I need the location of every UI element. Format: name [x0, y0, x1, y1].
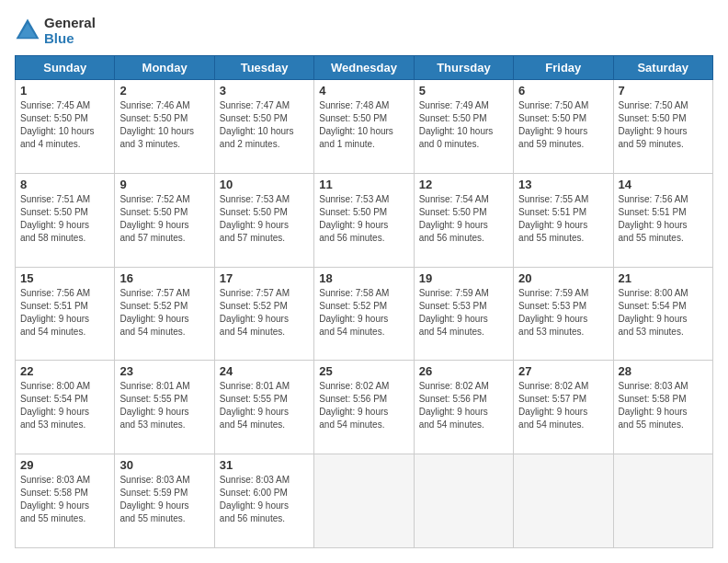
table-row: 2Sunrise: 7:46 AMSunset: 5:50 PMDaylight…: [115, 80, 214, 174]
logo-icon: [15, 17, 40, 43]
day-number: 1: [20, 84, 109, 98]
day-number: 26: [419, 364, 508, 378]
day-info: Sunrise: 7:47 AMSunset: 5:50 PMDaylight:…: [220, 99, 309, 151]
table-row: 16Sunrise: 7:57 AMSunset: 5:52 PMDayligh…: [115, 267, 214, 361]
day-info: Sunrise: 8:03 AMSunset: 5:58 PMDaylight:…: [20, 474, 109, 525]
table-row: 11Sunrise: 7:53 AMSunset: 5:50 PMDayligh…: [314, 173, 414, 267]
calendar-header-thursday: Thursday: [414, 56, 513, 80]
logo-text: General Blue: [44, 15, 96, 46]
table-row: 1Sunrise: 7:45 AMSunset: 5:50 PMDaylight…: [16, 80, 115, 174]
day-info: Sunrise: 7:55 AMSunset: 5:51 PMDaylight:…: [518, 193, 608, 245]
logo: General Blue: [15, 15, 96, 46]
day-number: 29: [20, 458, 109, 472]
calendar-row: 8Sunrise: 7:51 AMSunset: 5:50 PMDaylight…: [16, 173, 713, 267]
day-info: Sunrise: 7:52 AMSunset: 5:50 PMDaylight:…: [119, 193, 209, 245]
day-number: 18: [319, 271, 408, 285]
calendar-row: 1Sunrise: 7:45 AMSunset: 5:50 PMDaylight…: [16, 80, 713, 174]
calendar-header-sunday: Sunday: [16, 56, 115, 80]
day-number: 27: [518, 364, 608, 378]
table-row: 17Sunrise: 7:57 AMSunset: 5:52 PMDayligh…: [214, 267, 313, 361]
day-info: Sunrise: 7:49 AMSunset: 5:50 PMDaylight:…: [419, 99, 508, 151]
day-info: Sunrise: 7:48 AMSunset: 5:50 PMDaylight:…: [319, 99, 408, 151]
table-row: 12Sunrise: 7:54 AMSunset: 5:50 PMDayligh…: [414, 173, 513, 267]
day-number: 19: [419, 271, 508, 285]
day-info: Sunrise: 7:56 AMSunset: 5:51 PMDaylight:…: [20, 287, 109, 339]
day-info: Sunrise: 7:53 AMSunset: 5:50 PMDaylight:…: [220, 193, 309, 245]
day-number: 11: [319, 178, 408, 191]
table-row: 5Sunrise: 7:49 AMSunset: 5:50 PMDaylight…: [414, 80, 513, 174]
table-row: 19Sunrise: 7:59 AMSunset: 5:53 PMDayligh…: [414, 267, 513, 361]
day-info: Sunrise: 7:59 AMSunset: 5:53 PMDaylight:…: [419, 287, 508, 339]
table-row: 6Sunrise: 7:50 AMSunset: 5:50 PMDaylight…: [514, 80, 613, 174]
day-number: 14: [619, 178, 708, 191]
day-info: Sunrise: 7:57 AMSunset: 5:52 PMDaylight:…: [119, 287, 209, 339]
day-number: 15: [20, 271, 109, 285]
day-info: Sunrise: 8:02 AMSunset: 5:57 PMDaylight:…: [518, 380, 608, 431]
table-row: 10Sunrise: 7:53 AMSunset: 5:50 PMDayligh…: [214, 173, 313, 267]
day-number: 13: [518, 178, 608, 191]
table-row: 8Sunrise: 7:51 AMSunset: 5:50 PMDaylight…: [16, 173, 115, 267]
table-row: 22Sunrise: 8:00 AMSunset: 5:54 PMDayligh…: [16, 361, 115, 454]
day-number: 31: [220, 458, 309, 472]
day-number: 24: [220, 364, 309, 378]
calendar-header-friday: Friday: [514, 56, 613, 80]
table-row: 28Sunrise: 8:03 AMSunset: 5:58 PMDayligh…: [613, 361, 712, 454]
table-row: 24Sunrise: 8:01 AMSunset: 5:55 PMDayligh…: [214, 361, 313, 454]
day-info: Sunrise: 7:50 AMSunset: 5:50 PMDaylight:…: [518, 99, 608, 151]
table-row: [613, 454, 712, 548]
calendar-header-saturday: Saturday: [613, 56, 712, 80]
day-number: 12: [419, 178, 508, 191]
day-info: Sunrise: 7:46 AMSunset: 5:50 PMDaylight:…: [119, 99, 209, 151]
day-info: Sunrise: 8:03 AMSunset: 5:58 PMDaylight:…: [619, 380, 708, 431]
day-number: 4: [319, 84, 408, 98]
day-number: 28: [619, 364, 708, 378]
table-row: 20Sunrise: 7:59 AMSunset: 5:53 PMDayligh…: [514, 267, 613, 361]
day-info: Sunrise: 8:01 AMSunset: 5:55 PMDaylight:…: [220, 380, 309, 431]
day-info: Sunrise: 8:00 AMSunset: 5:54 PMDaylight:…: [619, 287, 708, 339]
day-info: Sunrise: 7:56 AMSunset: 5:51 PMDaylight:…: [619, 193, 708, 245]
table-row: 29Sunrise: 8:03 AMSunset: 5:58 PMDayligh…: [16, 454, 115, 548]
day-info: Sunrise: 7:45 AMSunset: 5:50 PMDaylight:…: [20, 99, 109, 151]
day-number: 2: [119, 84, 209, 98]
day-number: 9: [119, 178, 209, 191]
table-row: 7Sunrise: 7:50 AMSunset: 5:50 PMDaylight…: [613, 80, 712, 174]
day-number: 20: [518, 271, 608, 285]
day-number: 8: [20, 178, 109, 191]
table-row: 18Sunrise: 7:58 AMSunset: 5:52 PMDayligh…: [314, 267, 414, 361]
day-info: Sunrise: 7:51 AMSunset: 5:50 PMDaylight:…: [20, 193, 109, 245]
day-number: 16: [119, 271, 209, 285]
day-number: 17: [220, 271, 309, 285]
calendar-row: 29Sunrise: 8:03 AMSunset: 5:58 PMDayligh…: [16, 454, 713, 548]
day-number: 23: [119, 364, 209, 378]
day-info: Sunrise: 7:53 AMSunset: 5:50 PMDaylight:…: [319, 193, 408, 245]
day-number: 30: [119, 458, 209, 472]
day-info: Sunrise: 7:54 AMSunset: 5:50 PMDaylight:…: [419, 193, 508, 245]
header: General Blue: [15, 15, 713, 46]
table-row: 3Sunrise: 7:47 AMSunset: 5:50 PMDaylight…: [214, 80, 313, 174]
table-row: 31Sunrise: 8:03 AMSunset: 6:00 PMDayligh…: [214, 454, 313, 548]
day-info: Sunrise: 8:02 AMSunset: 5:56 PMDaylight:…: [419, 380, 508, 431]
day-info: Sunrise: 8:01 AMSunset: 5:55 PMDaylight:…: [119, 380, 209, 431]
calendar-row: 22Sunrise: 8:00 AMSunset: 5:54 PMDayligh…: [16, 361, 713, 454]
day-number: 25: [319, 364, 408, 378]
calendar-header-wednesday: Wednesday: [314, 56, 414, 80]
calendar-header-monday: Monday: [115, 56, 214, 80]
day-info: Sunrise: 8:03 AMSunset: 5:59 PMDaylight:…: [119, 474, 209, 525]
day-number: 21: [619, 271, 708, 285]
table-row: 15Sunrise: 7:56 AMSunset: 5:51 PMDayligh…: [16, 267, 115, 361]
day-number: 10: [220, 178, 309, 191]
table-row: 14Sunrise: 7:56 AMSunset: 5:51 PMDayligh…: [613, 173, 712, 267]
calendar-header-row: SundayMondayTuesdayWednesdayThursdayFrid…: [16, 56, 713, 80]
table-row: 27Sunrise: 8:02 AMSunset: 5:57 PMDayligh…: [514, 361, 613, 454]
page: General Blue SundayMondayTuesdayWednesda…: [0, 0, 728, 563]
day-number: 6: [518, 84, 608, 98]
day-info: Sunrise: 8:00 AMSunset: 5:54 PMDaylight:…: [20, 380, 109, 431]
day-info: Sunrise: 7:50 AMSunset: 5:50 PMDaylight:…: [619, 99, 708, 151]
table-row: 23Sunrise: 8:01 AMSunset: 5:55 PMDayligh…: [115, 361, 214, 454]
day-number: 3: [220, 84, 309, 98]
table-row: 26Sunrise: 8:02 AMSunset: 5:56 PMDayligh…: [414, 361, 513, 454]
table-row: [314, 454, 414, 548]
table-row: 25Sunrise: 8:02 AMSunset: 5:56 PMDayligh…: [314, 361, 414, 454]
calendar-row: 15Sunrise: 7:56 AMSunset: 5:51 PMDayligh…: [16, 267, 713, 361]
table-row: [414, 454, 513, 548]
